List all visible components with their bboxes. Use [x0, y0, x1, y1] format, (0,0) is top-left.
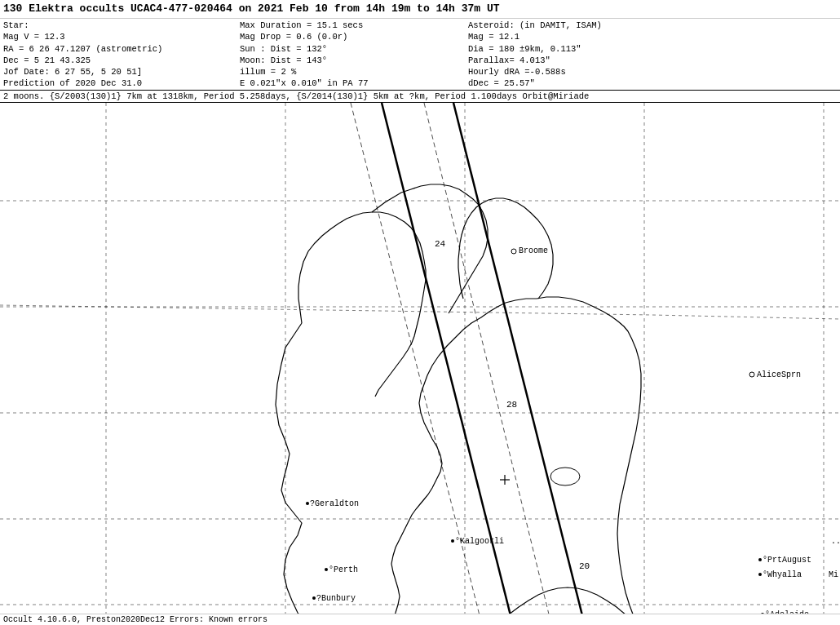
asteroid-parallax: Parallax= 4.013" — [468, 55, 837, 66]
star-label: Star: — [3, 20, 232, 31]
city-label-kalgoorli: °Kalgoorli — [455, 537, 504, 546]
grid-label-20a: 20 — [579, 561, 590, 571]
moon-dist: Moon: Dist = 143° — [240, 55, 460, 66]
e-value: E 0.021"x 0.010" in PA 77 — [240, 78, 460, 89]
asteroid-title: Asteroid: (in DAMIT, ISAM) — [468, 20, 837, 31]
asteroid-mag: Mag = 12.1 — [468, 31, 837, 42]
illum: illum = 2 % — [240, 66, 460, 78]
svg-point-24 — [325, 568, 328, 571]
moons-bar: 2 moons. {S/2003(130)1} 7km at 1318km, P… — [0, 91, 840, 103]
star-prediction: Prediction of 2020 Dec 31.0 — [3, 78, 232, 89]
city-label-prtaugust: °PrtAugust — [763, 556, 811, 565]
header: 130 Elektra occults UCAC4-477-020464 on … — [0, 0, 840, 19]
mag-drop: Mag Drop = 0.6 (0.0r) — [240, 31, 460, 42]
star-jof: Jof Date: 6 27 55, 5 20 51] — [3, 66, 232, 78]
svg-point-28 — [758, 573, 762, 576]
city-label-whyalla: °Whyalla — [763, 570, 802, 579]
city-label-geraldton: ?Geraldton — [310, 499, 359, 508]
footer-text: Occult 4.10.6.0, Preston2020Dec12 Errors… — [3, 615, 267, 624]
star-ra: RA = 6 26 47.1207 (astrometric) — [3, 43, 232, 55]
footer: Occult 4.10.6.0, Preston2020Dec12 Errors… — [0, 614, 840, 625]
asteroid-dra: Hourly dRA =-0.588s — [468, 66, 837, 78]
city-label-mi: Mi — [829, 570, 838, 579]
city-label-alicesprn: AliceSprn — [757, 370, 801, 379]
info-left: Star: Mag V = 12.3 RA = 6 26 47.1207 (as… — [3, 20, 232, 89]
grid-label-28: 28 — [506, 400, 517, 410]
asteroid-ddec: dDec = 25.57" — [468, 78, 837, 89]
star-dec: Dec = 5 21 43.325 — [3, 55, 232, 66]
title-line: 130 Elektra occults UCAC4-477-020464 on … — [3, 2, 837, 16]
city-label-perth: °Perth — [329, 565, 358, 574]
star-mag: Mag V = 12.3 — [3, 31, 232, 42]
svg-point-27 — [758, 558, 762, 561]
map-svg: 24 28 20 Broome AliceSprn ?Geraldton °Ka… — [0, 103, 840, 625]
moons-text: 2 moons. {S/2003(130)1} 7km at 1318km, P… — [3, 91, 589, 101]
svg-point-23 — [451, 539, 454, 543]
max-duration: Max Duration = 15.1 secs — [240, 20, 460, 31]
map-area: 24 28 20 Broome AliceSprn ?Geraldton °Ka… — [0, 103, 840, 625]
info-middle: Max Duration = 15.1 secs Mag Drop = 0.6 … — [232, 20, 460, 89]
svg-point-22 — [306, 502, 309, 505]
svg-rect-0 — [0, 103, 840, 625]
svg-point-25 — [312, 596, 316, 600]
info-bar: Star: Mag V = 12.3 RA = 6 26 47.1207 (as… — [0, 19, 840, 91]
asteroid-dia: Dia = 180 ±9km, 0.113" — [468, 43, 837, 55]
grid-label-24: 24 — [435, 239, 446, 249]
city-label-broome: Broome — [519, 246, 548, 255]
main-title: 130 Elektra occults UCAC4-477-020464 on … — [3, 2, 500, 15]
sun-dist: Sun : Dist = 132° — [240, 43, 460, 55]
city-label-partial-right: ... — [831, 537, 840, 546]
info-right: Asteroid: (in DAMIT, ISAM) Mag = 12.1 Di… — [460, 20, 837, 89]
city-label-bunbury: ?Bunbury — [316, 594, 356, 603]
